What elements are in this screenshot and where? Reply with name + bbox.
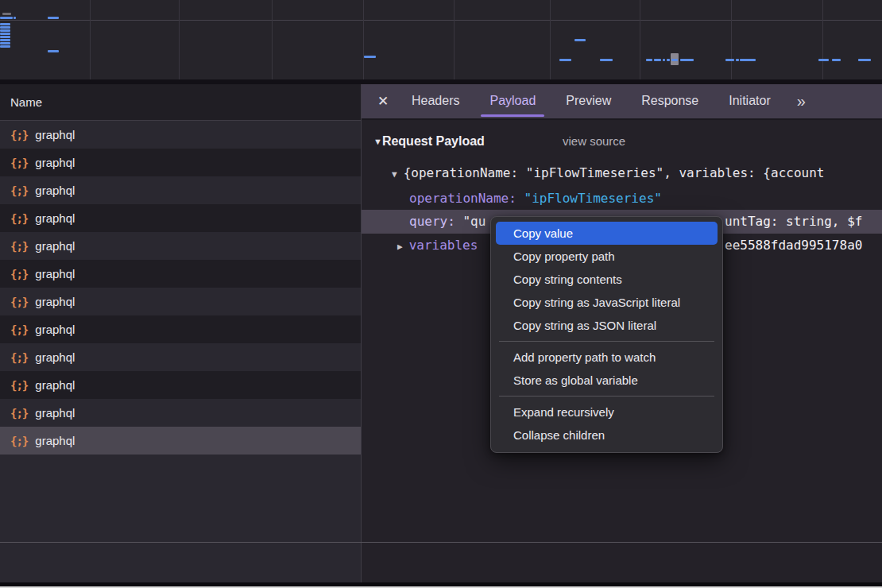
property-value: "ipFlowTimeseries" xyxy=(524,191,662,206)
waterfall-bar xyxy=(680,59,694,61)
name-column-header[interactable]: Name xyxy=(0,84,361,121)
menu-item-store-as-global-variable[interactable]: Store as global variable xyxy=(491,369,722,392)
table-row[interactable]: {;}graphql xyxy=(0,315,361,343)
tab-payload[interactable]: Payload xyxy=(474,83,551,119)
detail-tab-bar: ✕ HeadersPayloadPreviewResponseInitiator… xyxy=(362,84,882,120)
menu-item-copy-value[interactable]: Copy value xyxy=(496,222,718,245)
request-name-label: graphql xyxy=(35,350,75,364)
fetch-icon: {;} xyxy=(10,129,28,141)
table-row[interactable]: {;}graphql xyxy=(0,232,361,260)
menu-item-copy-string-contents[interactable]: Copy string contents xyxy=(491,268,722,291)
request-name-label: graphql xyxy=(35,184,75,197)
operation-name-row[interactable]: operationName: "ipFlowTimeseries" xyxy=(409,191,882,206)
table-row[interactable]: {;}graphql xyxy=(0,371,361,399)
collapse-triangle-icon[interactable]: ▼ xyxy=(373,137,382,146)
table-row[interactable]: {;}graphql xyxy=(0,204,361,232)
waterfall-bar xyxy=(0,33,10,35)
fetch-icon: {;} xyxy=(10,435,28,447)
table-row[interactable]: {;}graphql xyxy=(0,399,361,427)
table-row[interactable]: {;}graphql xyxy=(0,343,361,371)
overview-gridline xyxy=(272,0,273,79)
expand-triangle-icon[interactable]: ▶ xyxy=(397,242,403,252)
waterfall-bar xyxy=(832,59,841,61)
property-value-right-fragment: ee5588fdad995178a0 xyxy=(725,234,862,257)
waterfall-bar xyxy=(654,59,661,61)
more-tabs-icon[interactable]: » xyxy=(786,92,815,110)
fetch-icon: {;} xyxy=(10,240,28,253)
overview-gridline xyxy=(731,0,732,79)
request-name-label: graphql xyxy=(35,267,75,280)
overview-gridline xyxy=(454,0,455,79)
context-menu: Copy valueCopy property pathCopy string … xyxy=(490,216,723,453)
tab-preview[interactable]: Preview xyxy=(551,83,626,119)
request-name-label: graphql xyxy=(35,295,75,308)
menu-item-add-property-path-to-watch[interactable]: Add property path to watch xyxy=(491,346,722,369)
request-name-label: graphql xyxy=(35,378,75,392)
waterfall-bar xyxy=(48,17,59,19)
table-row[interactable]: {;}graphql xyxy=(0,260,361,288)
waterfall-bar xyxy=(364,56,376,58)
request-name-label: graphql xyxy=(35,211,75,225)
waterfall-bar xyxy=(736,59,739,61)
close-icon[interactable]: ✕ xyxy=(369,93,397,110)
waterfall-bar xyxy=(740,59,756,61)
fetch-icon: {;} xyxy=(10,268,28,280)
waterfall-bar xyxy=(0,45,10,48)
fetch-icon: {;} xyxy=(10,184,28,197)
network-overview-timeline[interactable] xyxy=(0,0,882,79)
waterfall-bar xyxy=(0,26,10,29)
overview-gridline xyxy=(640,0,640,79)
request-name-label: graphql xyxy=(35,406,75,420)
table-row[interactable]: {;}graphql xyxy=(0,427,361,455)
tab-initiator[interactable]: Initiator xyxy=(714,83,785,119)
fetch-icon: {;} xyxy=(10,157,28,169)
menu-item-copy-property-path[interactable]: Copy property path xyxy=(491,245,722,268)
request-name-label: graphql xyxy=(35,434,75,447)
waterfall-bar xyxy=(600,59,613,61)
overview-gridline xyxy=(179,0,180,79)
payload-root-row[interactable]: ▼{operationName: "ipFlowTimeseries", var… xyxy=(392,165,882,180)
waterfall-bar xyxy=(0,42,10,44)
waterfall-bar xyxy=(858,59,871,61)
waterfall-bar xyxy=(14,17,16,19)
request-name-label: graphql xyxy=(35,128,75,141)
menu-divider xyxy=(499,396,714,397)
waterfall-bar xyxy=(818,59,829,61)
request-name-label: graphql xyxy=(35,323,75,336)
request-list-empty-area xyxy=(0,455,361,588)
waterfall-bar xyxy=(0,17,13,19)
table-row[interactable]: {;}graphql xyxy=(0,149,361,176)
tab-response[interactable]: Response xyxy=(626,83,714,119)
name-column-label: Name xyxy=(10,95,42,109)
fetch-icon: {;} xyxy=(10,379,28,392)
section-title: Request Payload xyxy=(382,134,485,148)
waterfall-bar xyxy=(0,39,10,41)
waterfall-bar xyxy=(574,39,586,41)
menu-item-collapse-children[interactable]: Collapse children xyxy=(491,424,722,447)
menu-item-copy-string-as-javascript-literal[interactable]: Copy string as JavaScript literal xyxy=(491,291,722,314)
waterfall-bar xyxy=(725,59,734,61)
view-source-link[interactable]: view source xyxy=(563,134,625,148)
waterfall-bar xyxy=(663,59,665,61)
fetch-icon: {;} xyxy=(10,351,28,364)
menu-divider xyxy=(499,341,714,342)
menu-item-expand-recursively[interactable]: Expand recursively xyxy=(491,400,722,424)
fetch-icon: {;} xyxy=(10,296,28,308)
tab-headers[interactable]: Headers xyxy=(397,83,474,119)
overview-gridline xyxy=(822,0,823,79)
waterfall-bar xyxy=(48,50,59,52)
table-row[interactable]: {;}graphql xyxy=(0,176,361,204)
request-payload-section[interactable]: ▼Request Payload xyxy=(373,134,882,149)
property-key: variables xyxy=(409,238,478,253)
root-preview-text: {operationName: "ipFlowTimeseries", vari… xyxy=(404,165,825,180)
menu-item-copy-string-as-json-literal[interactable]: Copy string as JSON literal xyxy=(491,314,722,337)
request-name-label: graphql xyxy=(35,156,75,169)
table-row[interactable]: {;}graphql xyxy=(0,288,361,315)
waterfall-bar-gray xyxy=(2,13,11,15)
overview-gridline xyxy=(90,0,91,79)
waterfall-bar xyxy=(559,59,571,61)
overview-horizontal-gridline xyxy=(0,20,882,21)
tabs: HeadersPayloadPreviewResponseInitiator xyxy=(397,83,786,119)
expand-triangle-icon[interactable]: ▼ xyxy=(392,169,397,180)
table-row[interactable]: {;}graphql xyxy=(0,121,361,149)
